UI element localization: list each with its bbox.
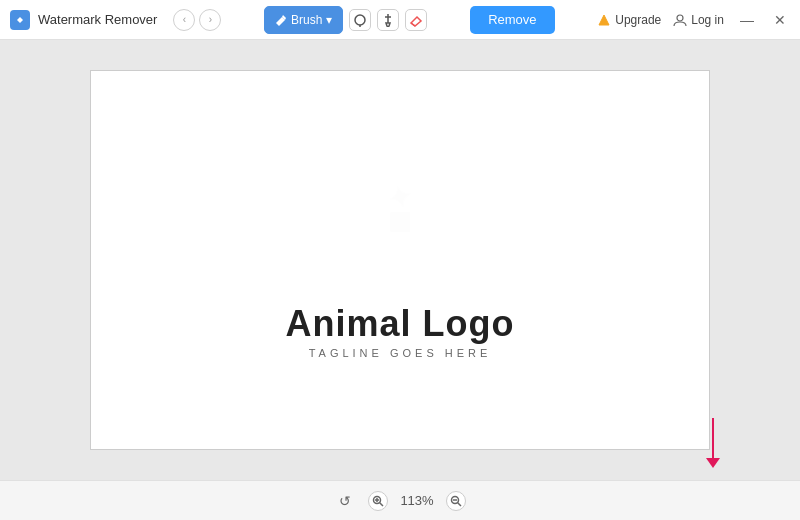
remove-button[interactable]: Remove [470, 6, 554, 34]
svg-point-1 [355, 15, 365, 25]
nav-arrows: ‹ › [173, 9, 221, 31]
zoom-out-button[interactable] [446, 491, 466, 511]
logo-sub-text: TAGLINE GOES HERE [286, 347, 515, 359]
minimize-button[interactable]: — [736, 10, 758, 30]
lasso-tool-button[interactable] [349, 9, 371, 31]
eraser-tool-button[interactable] [405, 9, 427, 31]
app-title: Watermark Remover [38, 12, 157, 27]
reset-zoom-button[interactable]: ↺ [334, 490, 356, 512]
back-button[interactable]: ‹ [173, 9, 195, 31]
zoom-in-button[interactable] [368, 491, 388, 511]
svg-line-9 [457, 502, 461, 506]
zoom-bar: ↺ 113% [0, 480, 800, 520]
app-icon [10, 10, 30, 30]
titlebar-left: Watermark Remover ‹ › [10, 9, 221, 31]
zoom-level: 113% [400, 493, 433, 508]
titlebar: Watermark Remover ‹ › Brush ▾ [0, 0, 800, 40]
login-button[interactable]: Log in [673, 13, 724, 27]
svg-marker-2 [599, 15, 609, 25]
main-canvas-area: ✦ ⬛ Animal Logo TAGLINE GOES HERE [0, 40, 800, 480]
close-button[interactable]: ✕ [770, 10, 790, 30]
logo-content: Animal Logo TAGLINE GOES HERE [286, 303, 515, 359]
toolbar-tools: Brush ▾ [264, 6, 427, 34]
svg-point-3 [677, 15, 683, 21]
pin-tool-button[interactable] [377, 9, 399, 31]
titlebar-right: Upgrade Log in — ✕ [597, 10, 790, 30]
forward-button[interactable]: › [199, 9, 221, 31]
logo-main-text: Animal Logo [286, 303, 515, 345]
svg-line-5 [380, 502, 384, 506]
brush-tool-button[interactable]: Brush ▾ [264, 6, 343, 34]
canvas-container[interactable]: ✦ ⬛ Animal Logo TAGLINE GOES HERE [90, 70, 710, 450]
upgrade-button[interactable]: Upgrade [597, 13, 661, 27]
